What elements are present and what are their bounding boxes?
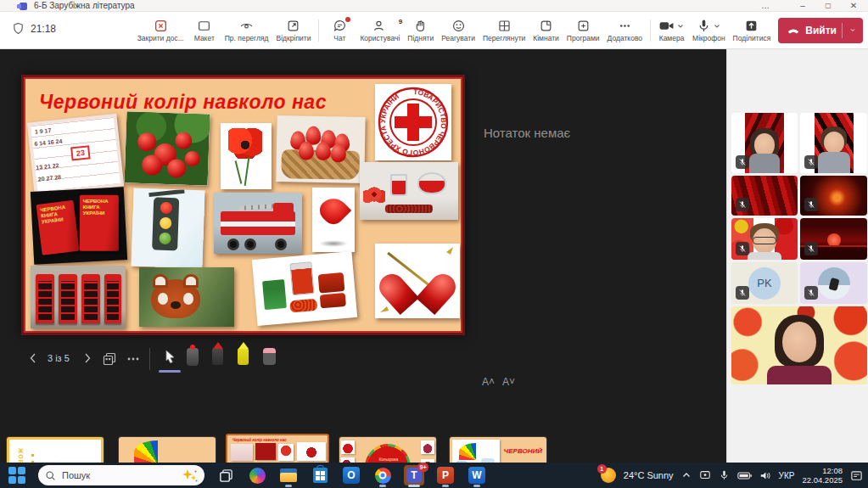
search-placeholder: Пошук (62, 470, 175, 480)
meeting-toolbar: 21:18 Закрити дос... Макет Пр. перегляд … (0, 12, 868, 49)
search-box[interactable]: Пошук (38, 465, 204, 485)
window-maximize-button[interactable]: ▢ (817, 0, 839, 12)
ellipsis-icon (618, 19, 632, 33)
red-panda-image (139, 267, 234, 327)
fire-truck-image (214, 193, 302, 254)
participant-video-red-fabric[interactable] (731, 176, 798, 216)
eraser-tool-button[interactable] (263, 348, 276, 365)
close-document-button[interactable]: Закрити дос... (137, 19, 184, 42)
rooms-icon (539, 19, 553, 33)
search-icon (45, 470, 56, 481)
participant-video-red-fire[interactable] (800, 176, 867, 216)
teams-logo-icon (20, 3, 27, 10)
view-button[interactable]: Переглянути (483, 19, 525, 42)
camera-icon (658, 19, 675, 33)
microphone-icon (697, 19, 711, 33)
raise-hand-icon (413, 19, 428, 33)
bing-sparkle-icon (181, 468, 198, 483)
people-icon (372, 19, 387, 33)
chrome-button[interactable] (372, 465, 393, 485)
font-decrease-button[interactable]: A˅ (502, 376, 515, 388)
cursor-tool-selected-indicator (159, 370, 181, 373)
more-options-button[interactable]: Додатково (608, 19, 642, 42)
previous-slide-button[interactable] (27, 351, 39, 368)
window-more-button[interactable]: … (754, 0, 776, 12)
window-minimize-button[interactable]: – (792, 0, 814, 12)
presenter-view-button[interactable]: Пр. перегляд (225, 19, 269, 42)
slide-title: Червоний колір навколо нас (39, 91, 327, 114)
clock[interactable]: 12:08 22.04.2025 (802, 466, 843, 485)
copilot-button[interactable] (247, 465, 267, 485)
pen-tool-button[interactable] (212, 348, 223, 365)
red-cross-symbol (395, 104, 432, 141)
chat-notification-dot (345, 17, 350, 22)
eye-icon (239, 19, 254, 33)
leave-button[interactable]: Вийти (778, 18, 863, 43)
laser-pointer-button[interactable] (187, 348, 199, 366)
battery-icon[interactable] (737, 470, 752, 481)
share-screen-icon (744, 19, 759, 33)
heart-with-arrow-image (375, 244, 460, 318)
leave-chevron-icon[interactable] (848, 25, 858, 36)
muted-mic-icon (736, 198, 749, 211)
unpin-button[interactable]: Відкріпити (277, 19, 311, 42)
participant-avatar-pk[interactable]: PK (731, 262, 798, 304)
outlook-icon: O (343, 467, 360, 484)
microsoft-store-button[interactable] (310, 465, 330, 485)
calendar-image: 1 9 17 6 14 16 24 13 21 22 20 27 28 23 (27, 114, 124, 196)
task-view-button[interactable] (216, 465, 236, 485)
file-explorer-button[interactable] (278, 465, 299, 485)
participant-video-boy[interactable] (800, 113, 867, 173)
language-indicator[interactable]: УКР (779, 471, 795, 480)
participant-video-girl[interactable] (731, 113, 798, 173)
powerpoint-button[interactable]: P (435, 465, 456, 485)
highlighter-tool-button[interactable] (238, 348, 249, 365)
teams-app-button[interactable]: T 9+ (404, 465, 424, 485)
notifications-icon[interactable] (850, 469, 863, 482)
muted-mic-icon (736, 286, 749, 300)
next-slide-button[interactable] (81, 351, 93, 368)
font-increase-button[interactable]: A˄ (482, 376, 495, 388)
weather-text[interactable]: 24°C Sunny (624, 470, 674, 480)
poppy-image (221, 123, 272, 189)
weather-icon[interactable]: 1 (601, 468, 616, 483)
muted-mic-icon (804, 286, 818, 300)
participant-video-boy-glasses[interactable] (731, 218, 798, 260)
microphone-button[interactable]: Мікрофон (692, 19, 725, 42)
share-button[interactable]: Поділитися (733, 19, 771, 42)
cursor-tool-button[interactable] (161, 348, 178, 370)
microphone-chevron-icon[interactable] (713, 19, 721, 33)
apps-button[interactable]: Програми (567, 19, 600, 42)
rooms-button[interactable]: Кімнати (533, 19, 559, 42)
slide-pagination: 3 із 5 (48, 353, 70, 363)
participant-video-red-sunset[interactable] (800, 218, 867, 260)
camera-chevron-icon[interactable] (676, 19, 685, 33)
hidden-icons-chevron[interactable] (681, 470, 692, 480)
window-close-button[interactable]: ✕ (843, 0, 865, 12)
participant-video-teacher[interactable] (731, 306, 867, 384)
slide-grid-button[interactable] (102, 351, 117, 369)
participants-button[interactable]: 9 Користувачі (360, 19, 400, 42)
slide-more-button[interactable] (126, 353, 141, 368)
word-button[interactable]: W (467, 465, 487, 485)
participants-sidebar: PK (726, 49, 868, 463)
chat-button[interactable]: Чат (327, 19, 352, 42)
teams-tray-icon[interactable] (699, 469, 711, 481)
arrow-ends (375, 244, 460, 318)
slide-canvas[interactable]: Червоний колір навколо нас 1 9 17 6 14 1… (21, 75, 465, 335)
outlook-button[interactable]: O (341, 465, 361, 485)
layout-button[interactable]: Макет (192, 19, 217, 42)
weather-badge: 1 (597, 464, 607, 474)
camera-button[interactable]: Камера (658, 19, 685, 42)
react-button[interactable]: Реагувати (441, 19, 475, 42)
windows-logo-icon (8, 467, 25, 484)
meeting-timer: 21:18 (12, 22, 56, 35)
red-phone-booths-image (31, 266, 126, 328)
start-button[interactable] (7, 465, 27, 485)
mic-tray-icon[interactable] (719, 469, 730, 481)
volume-icon[interactable] (759, 470, 771, 481)
raise-hand-button[interactable]: Підняти (407, 19, 434, 42)
participant-avatar-skier[interactable] (800, 262, 867, 304)
muted-mic-icon (736, 155, 749, 169)
meeting-timer-label: 21:18 (31, 23, 56, 35)
